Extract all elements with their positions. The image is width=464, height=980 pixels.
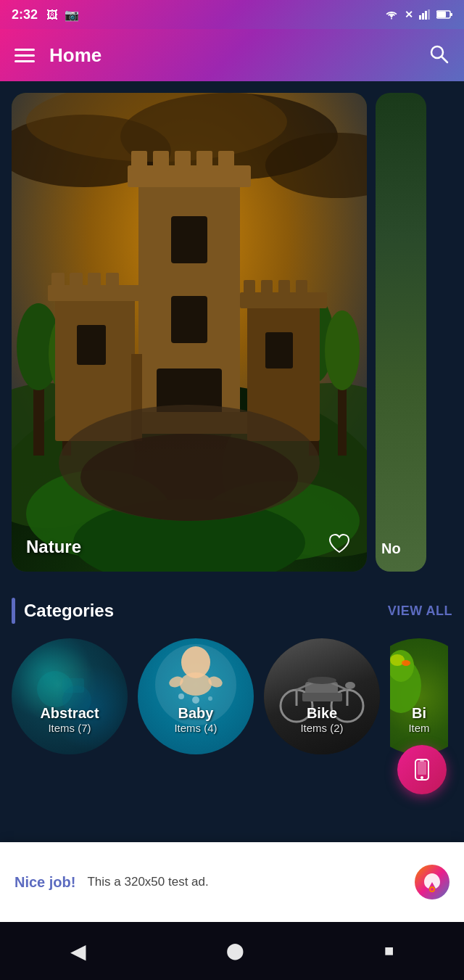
bike-info: Bike Items (2) [264, 705, 380, 734]
ad-logo-icon [420, 870, 444, 894]
hamburger-line-1 [14, 49, 35, 51]
wifi-icon [384, 9, 399, 20]
svg-point-63 [178, 693, 184, 699]
svg-rect-58 [62, 678, 84, 693]
category-abstract[interactable]: Abstract Items (7) [12, 638, 128, 754]
category-circle-partial: Bi Item [390, 638, 448, 754]
carousel-card-nature[interactable]: Nature [12, 93, 367, 572]
svg-point-55 [80, 434, 298, 521]
svg-point-82 [420, 776, 423, 779]
baby-count: Items (4) [138, 722, 254, 734]
svg-point-85 [431, 888, 434, 891]
categories-title-wrap: Categories [12, 598, 114, 624]
bike-count: Items (2) [264, 722, 380, 734]
svg-rect-69 [302, 693, 342, 701]
bike-name: Bike [264, 705, 380, 722]
svg-rect-6 [450, 13, 452, 16]
svg-rect-81 [418, 762, 426, 775]
baby-illustration [163, 642, 228, 707]
categories-title: Categories [24, 601, 114, 621]
header-left: Home [14, 44, 102, 67]
ad-nice-job: Nice job! [14, 874, 75, 891]
status-instagram-icon: 📷 [65, 9, 79, 21]
search-button[interactable] [428, 43, 450, 67]
abstract-info: Abstract Items (7) [12, 705, 128, 734]
page-title: Home [49, 44, 102, 67]
svg-rect-40 [88, 273, 101, 289]
category-circle-abstract: Abstract Items (7) [12, 638, 128, 754]
battery-icon [436, 10, 452, 19]
category-circle-bike: Bike Items (2) [264, 638, 380, 754]
abstract-name: Abstract [12, 705, 128, 722]
category-circle-baby: Baby Items (4) [138, 638, 254, 754]
svg-rect-3 [428, 9, 430, 20]
svg-rect-31 [218, 151, 234, 171]
partial-card-label: No [381, 540, 401, 557]
categories-header: Categories VIEW ALL [12, 598, 452, 624]
home-button[interactable]: ⬤ [226, 942, 244, 960]
view-all-button[interactable]: VIEW ALL [388, 604, 452, 619]
heart-button[interactable] [326, 530, 352, 561]
status-icons: ✕ [384, 9, 452, 20]
status-time: 2:32 [12, 7, 38, 22]
status-bar: 2:32 🖼 📷 ✕ [0, 0, 464, 29]
svg-point-74 [307, 677, 336, 684]
svg-rect-33 [171, 296, 207, 343]
svg-rect-39 [70, 273, 83, 289]
svg-rect-27 [131, 151, 147, 171]
ad-logo [415, 865, 450, 899]
svg-rect-30 [196, 151, 212, 171]
svg-rect-49 [296, 280, 307, 295]
hamburger-line-2 [14, 54, 35, 57]
svg-rect-32 [171, 216, 207, 263]
svg-point-75 [345, 682, 355, 689]
svg-line-8 [442, 57, 447, 62]
baby-info: Baby Items (4) [138, 705, 254, 734]
svg-rect-41 [106, 273, 119, 289]
svg-point-64 [208, 696, 212, 701]
carousel-card-partial[interactable] [376, 93, 426, 572]
carousel: Nature No [12, 93, 452, 572]
nav-bar: ◀ ⬤ ■ [0, 922, 464, 980]
castle-svg [12, 93, 367, 572]
category-bike[interactable]: Bike Items (2) [264, 638, 380, 754]
app-header: Home [0, 29, 464, 81]
signal-x-icon: ✕ [405, 9, 413, 20]
ad-description: This a 320x50 test ad. [87, 875, 403, 889]
status-photo-icon: 🖼 [46, 9, 58, 21]
svg-rect-50 [265, 332, 293, 368]
categories-scroll: Abstract Items (7) [12, 638, 452, 754]
svg-rect-38 [51, 273, 65, 289]
svg-rect-48 [278, 280, 290, 295]
partial-category-info: Bi Item [390, 705, 448, 734]
svg-rect-47 [261, 280, 273, 295]
phone-icon [410, 758, 434, 781]
partial-category-count: Item [390, 722, 448, 734]
svg-rect-2 [425, 11, 427, 20]
menu-button[interactable] [14, 49, 35, 62]
back-button[interactable]: ◀ [70, 939, 86, 963]
svg-rect-29 [175, 151, 191, 171]
svg-rect-83 [420, 760, 424, 762]
svg-point-24 [325, 310, 360, 390]
svg-rect-1 [422, 13, 424, 20]
castle-image [12, 93, 367, 572]
categories-accent-bar [12, 598, 15, 624]
signal-icon [419, 9, 431, 20]
svg-rect-0 [419, 15, 421, 20]
categories-section: Categories VIEW ALL Abstract Items (7) [0, 583, 464, 766]
svg-point-79 [402, 660, 410, 666]
main-content: Nature No [0, 81, 464, 583]
svg-rect-46 [244, 280, 255, 295]
category-baby[interactable]: Baby Items (4) [138, 638, 254, 754]
baby-name: Baby [138, 705, 254, 722]
abstract-count: Items (7) [12, 722, 128, 734]
recent-button[interactable]: ■ [384, 942, 394, 960]
partial-category-name: Bi [390, 705, 448, 722]
status-time-section: 2:32 🖼 📷 [12, 7, 79, 22]
svg-point-60 [180, 672, 212, 696]
fab-button[interactable] [397, 745, 447, 794]
category-partial[interactable]: Bi Item [390, 638, 448, 754]
svg-rect-45 [240, 292, 327, 308]
card-label-nature: Nature [26, 537, 81, 557]
